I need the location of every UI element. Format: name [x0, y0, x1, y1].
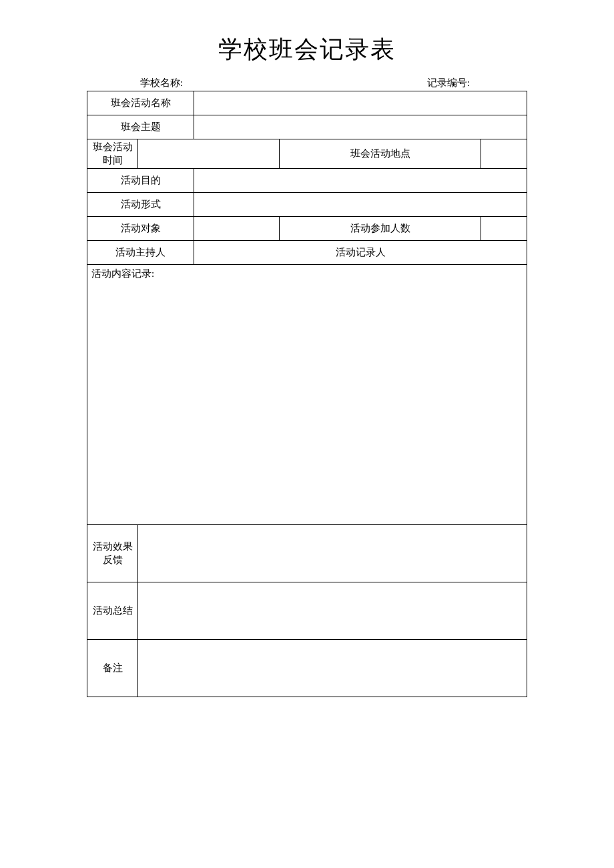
row-purpose: 活动目的 — [87, 169, 527, 193]
header-labels: 学校名称: 记录编号: — [87, 77, 527, 89]
row-time-location: 班会活动 时间 班会活动地点 — [87, 139, 527, 169]
row-host-recorder: 活动主持人 活动记录人 — [87, 241, 527, 265]
record-form-table: 班会活动名称 班会主题 班会活动 时间 班会活动地点 活动目的 活动形式 活动对… — [87, 91, 527, 697]
value-summary[interactable] — [138, 582, 527, 640]
label-activity-name: 班会活动名称 — [87, 91, 194, 115]
form-page: 学校班会记录表 学校名称: 记录编号: 班会活动名称 班会主题 班会活动 时间 — [87, 33, 527, 697]
row-effect-feedback: 活动效果 反馈 — [87, 525, 527, 582]
value-activity-purpose[interactable] — [194, 169, 527, 193]
label-effect-feedback: 活动效果 反馈 — [87, 525, 138, 582]
label-recorder: 活动记录人 — [194, 241, 527, 265]
value-activity-target[interactable] — [194, 217, 280, 241]
school-name-label: 学校名称: — [88, 77, 183, 89]
label-host: 活动主持人 — [87, 241, 194, 265]
value-participant-count[interactable] — [481, 217, 527, 241]
value-effect-feedback[interactable] — [138, 525, 527, 582]
label-activity-time: 班会活动 时间 — [87, 139, 138, 169]
row-form: 活动形式 — [87, 193, 527, 217]
row-theme: 班会主题 — [87, 115, 527, 139]
label-content-record: 活动内容记录: — [91, 268, 154, 279]
row-summary: 活动总结 — [87, 582, 527, 640]
form-title: 学校班会记录表 — [87, 33, 527, 66]
label-activity-purpose: 活动目的 — [87, 169, 194, 193]
label-theme: 班会主题 — [87, 115, 194, 139]
row-remarks: 备注 — [87, 640, 527, 697]
cell-content-record[interactable]: 活动内容记录: — [87, 265, 527, 525]
record-number-label: 记录编号: — [427, 77, 526, 89]
label-activity-location: 班会活动地点 — [280, 139, 481, 169]
row-activity-name: 班会活动名称 — [87, 91, 527, 115]
value-activity-location[interactable] — [481, 139, 527, 169]
value-theme[interactable] — [194, 115, 527, 139]
label-remarks: 备注 — [87, 640, 138, 697]
label-participant-count: 活动参加人数 — [280, 217, 481, 241]
label-summary: 活动总结 — [87, 582, 138, 640]
label-activity-form: 活动形式 — [87, 193, 194, 217]
label-activity-target: 活动对象 — [87, 217, 194, 241]
row-content-record: 活动内容记录: — [87, 265, 527, 525]
row-target-count: 活动对象 活动参加人数 — [87, 217, 527, 241]
value-activity-time[interactable] — [138, 139, 280, 169]
value-activity-name[interactable] — [194, 91, 527, 115]
value-activity-form[interactable] — [194, 193, 527, 217]
value-remarks[interactable] — [138, 640, 527, 697]
